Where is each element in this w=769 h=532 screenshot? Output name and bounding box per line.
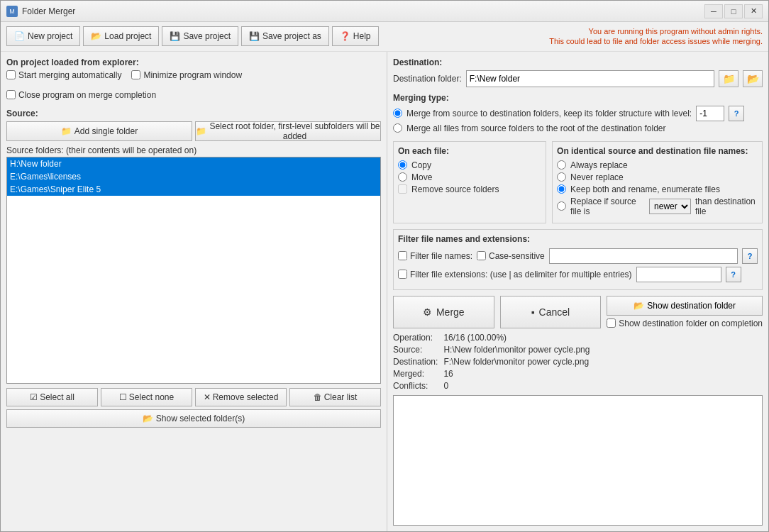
browse-folder-button[interactable]: 📁 [719,70,738,87]
maximize-button[interactable]: □ [724,4,743,18]
close-program-checkbox[interactable] [6,90,16,99]
help-button[interactable]: ❓ Help [332,26,379,46]
log-area[interactable] [393,395,763,526]
select-all-button[interactable]: ☑ Select all [6,388,98,406]
remove-selected-button[interactable]: ✕ Remove selected [195,388,287,406]
case-sensitive-item[interactable]: Case-sensitive [477,251,545,261]
add-folder-icon: 📁 [61,126,72,136]
filter-names-help-button[interactable]: ? [742,248,758,264]
replace-if-radio[interactable] [557,201,566,211]
destination-folder-input[interactable] [466,70,714,87]
new-project-icon: 📄 [14,31,25,41]
keep-both-label: Keep both and rename, enumerate files [570,184,720,194]
folder-item[interactable]: E:\Games\Sniper Elite 5 [7,183,380,196]
select-none-button[interactable]: ☐ Select none [101,388,192,406]
folder-list: H:\New folderE:\Games\licensesE:\Games\S… [7,157,380,196]
never-replace-row: Never replace [557,172,758,182]
new-project-button[interactable]: 📄 New project [6,26,80,46]
merging-option1-radio[interactable] [393,109,402,118]
keep-both-row: Keep both and rename, enumerate files [557,184,758,194]
level-input[interactable] [696,106,724,121]
folder-list-scroll[interactable]: H:\New folderE:\Games\licensesE:\Games\S… [7,157,380,383]
folder-list-outer: H:\New folderE:\Games\licensesE:\Games\S… [6,157,381,384]
folder-item[interactable]: E:\Games\licenses [7,170,380,183]
merging-type-section: Merging type: Merge from source to desti… [393,93,763,135]
show-dest-completion-item[interactable]: Show destination folder on completion [607,318,763,328]
open-folder-button[interactable]: 📂 [743,70,763,87]
keep-both-radio[interactable] [557,184,566,194]
two-col-section: On each file: Copy Move Remove source fo… [393,141,763,223]
copy-row: Copy [398,160,541,170]
filter-extensions-help-button[interactable]: ? [726,267,741,282]
merging-type-label: Merging type: [393,93,763,103]
folder-item[interactable]: H:\New folder [7,157,380,170]
identical-section: On identical source and destination file… [552,141,763,223]
dest-folder-label: Destination folder: [393,74,462,84]
select-all-icon: ☑ [30,392,38,402]
show-selected-folders-button[interactable]: 📂 Show selected folder(s) [6,409,381,428]
merged-key: Merged: [393,369,438,379]
close-program-item[interactable]: Close program on merge completion [6,90,156,100]
select-root-icon: 📁 [196,126,206,136]
operation-value: 16/16 (100.00%) [443,333,763,343]
help-icon: ❓ [340,31,350,41]
always-replace-label: Always replace [570,160,628,170]
always-replace-radio[interactable] [557,160,566,170]
filter-extensions-checkbox[interactable] [398,270,407,279]
on-project-label: On project loaded from explorer: [6,57,381,67]
filter-label: Filter file names and extensions: [398,234,758,244]
merge-button[interactable]: ⚙ Merge [393,296,494,328]
main-window: M Folder Merger ─ □ ✕ 📄 New project 📂 Lo… [0,0,769,532]
app-icon: M [6,6,18,17]
destination-key: Destination: [393,357,438,367]
cancel-button[interactable]: ▪ Cancel [500,296,602,328]
merging-option1-row: Merge from source to destination folders… [393,106,763,121]
source-status-value: H:\New folder\monitor power cycle.png [443,345,763,355]
merging-help-button[interactable]: ? [729,106,744,121]
minimize-button[interactable]: ─ [704,4,723,18]
copy-radio[interactable] [398,160,407,170]
filter-names-row: Filter file names: Case-sensitive ? [398,248,758,264]
close-button[interactable]: ✕ [744,4,763,18]
merging-option2-label: Merge all files from source folders to t… [406,123,666,133]
main-content: On project loaded from explorer: Start m… [1,52,768,531]
each-file-section: On each file: Copy Move Remove source fo… [393,141,546,223]
show-dest-folder-button[interactable]: 📂 Show destination folder [607,296,763,316]
never-replace-radio[interactable] [557,172,566,182]
source-label: Source: [6,109,381,118]
clear-list-button[interactable]: 🗑 Clear list [289,388,381,406]
save-project-as-button[interactable]: 💾 Save project as [241,26,329,46]
filter-extensions-input[interactable] [636,267,721,282]
filter-names-checkbox[interactable] [398,251,407,260]
filter-extensions-item[interactable]: Filter file extensions: (use | as delimi… [398,270,632,279]
on-project-options: Start merging automatically Minimize pro… [6,70,381,100]
conflicts-key: Conflicts: [393,381,438,391]
replace-if-label: Replace if source file is [570,196,645,216]
filter-names-input[interactable] [549,248,738,264]
remove-source-checkbox [398,184,407,194]
destination-section: Destination: Destination folder: 📁 📂 [393,57,763,87]
source-key: Source: [393,345,438,355]
merging-option2-radio[interactable] [393,123,402,133]
move-radio[interactable] [398,172,407,182]
newer-select[interactable]: newer older [649,199,691,214]
add-single-folder-button[interactable]: 📁 Add single folder [6,121,192,141]
case-sensitive-checkbox[interactable] [477,251,486,260]
select-root-folder-button[interactable]: 📁 Select root folder, first-level subfol… [195,121,381,141]
start-merging-checkbox[interactable] [6,70,16,79]
show-dest-completion-checkbox[interactable] [607,318,616,328]
save-project-icon: 💾 [170,31,180,41]
minimize-window-checkbox[interactable] [131,70,140,79]
remove-source-label: Remove source folders [411,184,499,194]
load-project-button[interactable]: 📂 Load project [83,26,159,46]
save-project-button[interactable]: 💾 Save project [162,26,238,46]
filter-names-item[interactable]: Filter file names: [398,251,472,261]
minimize-window-item[interactable]: Minimize program window [131,70,242,80]
dest-row: Destination folder: 📁 📂 [393,70,763,87]
toolbar: 📄 New project 📂 Load project 💾 Save proj… [1,22,768,52]
right-panel: Destination: Destination folder: 📁 📂 Mer… [387,52,768,531]
each-file-label: On each file: [398,146,541,156]
clear-icon: 🗑 [314,392,322,402]
start-merging-item[interactable]: Start merging automatically [6,70,121,80]
filter-extensions-row: Filter file extensions: (use | as delimi… [398,267,758,282]
